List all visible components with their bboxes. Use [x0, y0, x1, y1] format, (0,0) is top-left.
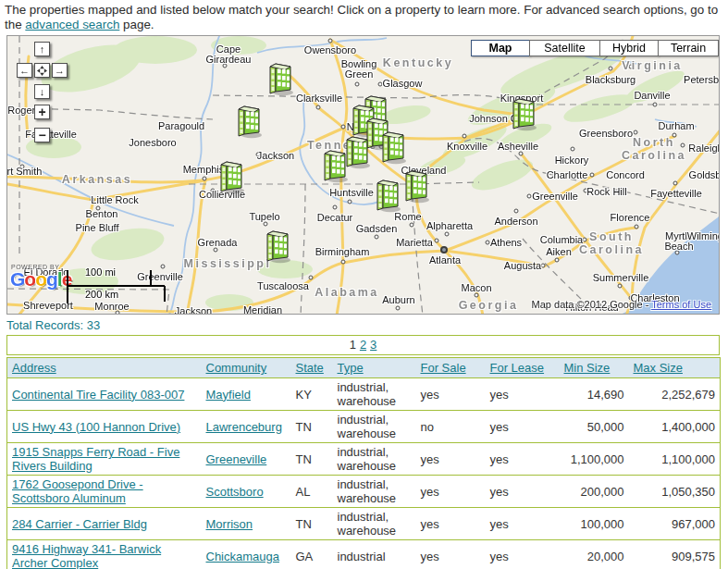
header-community: Community	[202, 358, 291, 378]
property-marker-icon[interactable]	[235, 102, 263, 139]
property-marker-icon[interactable]	[374, 176, 401, 213]
pan-right-button[interactable]: →	[52, 63, 68, 78]
page-link: 1	[350, 338, 356, 352]
minus-icon: −	[38, 129, 45, 142]
cell-type: industrial, warehouse	[333, 443, 416, 476]
property-marker-icon[interactable]	[264, 227, 291, 264]
cell-community: Scottsboro	[202, 476, 291, 508]
sort-community-link[interactable]: Community	[206, 361, 267, 375]
advanced-search-link[interactable]: advanced search	[25, 18, 119, 31]
map-type-button[interactable]: Hybrid	[599, 40, 659, 56]
cell-address: 9416 Highway 341- Barwick Archer Complex	[7, 540, 202, 569]
sort-max-size-link[interactable]: Max Size	[634, 361, 683, 375]
zoom-in-button[interactable]: +	[34, 105, 50, 119]
pagination: 123	[6, 335, 720, 355]
cell-max-size: 2,252,679	[629, 378, 721, 411]
arrow-left-icon: ←	[19, 66, 30, 76]
sort-min-size-link[interactable]: Min Size	[564, 361, 611, 375]
community-link[interactable]: Scottsboro	[206, 485, 264, 499]
terms-of-use-link[interactable]: Terms of Use	[651, 299, 711, 310]
pan-center-button[interactable]	[34, 63, 50, 78]
cell-type: industrial, warehouse	[333, 378, 416, 411]
pan-left-button[interactable]: ←	[17, 63, 32, 78]
total-records: Total Records: 33	[6, 318, 728, 332]
property-marker-icon[interactable]	[402, 167, 430, 204]
cell-min-size: 100,000	[560, 508, 629, 540]
cell-for-lease: yes	[486, 443, 560, 476]
cell-for-lease: yes	[486, 411, 560, 443]
cell-community: Lawrenceburg	[202, 411, 291, 443]
cell-state: TN	[291, 411, 333, 443]
header-for-sale: For Sale	[416, 358, 486, 378]
sort-for-sale-link[interactable]: For Sale	[421, 361, 466, 375]
sort-type-link[interactable]: Type	[338, 361, 364, 375]
property-link[interactable]: Continental Tire Facility 083-007	[12, 388, 184, 402]
zoom-out-button[interactable]: −	[34, 128, 50, 142]
results-table: Address Community State Type For Sale Fo…	[6, 357, 721, 569]
property-link[interactable]: 1915 Snapps Ferry Road - Five Rivers Bui…	[12, 445, 179, 473]
cell-min-size: 20,000	[560, 540, 629, 569]
community-link[interactable]: Lawrenceburg	[206, 420, 282, 434]
intro-after: page.	[119, 18, 154, 31]
community-link[interactable]: Mayfield	[206, 388, 251, 402]
cell-type: industrial, warehouse	[333, 476, 416, 508]
total-records-value: 33	[87, 318, 100, 332]
table-row: 1915 Snapps Ferry Road - Five Rivers Bui…	[7, 443, 721, 476]
cell-type: industrial, warehouse	[333, 508, 416, 540]
cell-min-size: 1,100,000	[560, 443, 629, 476]
sort-for-lease-link[interactable]: For Lease	[490, 361, 545, 375]
property-marker-icon[interactable]	[217, 157, 245, 194]
table-row: US Hwy 43 (100 Hannon Drive) Lawrencebur…	[7, 411, 721, 443]
cell-max-size: 1,050,350	[629, 476, 721, 508]
community-link[interactable]: Greeneville	[206, 452, 267, 466]
community-link[interactable]: Morrison	[206, 517, 253, 531]
cell-state: TN	[291, 508, 333, 540]
map-type-button[interactable]: Terrain	[658, 40, 719, 56]
property-link[interactable]: 284 Carrier - Carrier Bldg	[12, 517, 147, 531]
cell-for-lease: yes	[486, 476, 560, 508]
map-type-button[interactable]: Map	[471, 40, 530, 56]
arrow-down-icon: ↓	[40, 87, 45, 97]
page-link[interactable]: 2	[360, 338, 366, 352]
map-type-button[interactable]: Satellite	[529, 40, 600, 56]
google-logo[interactable]: Google	[10, 268, 71, 291]
sort-state-link[interactable]: State	[296, 361, 324, 375]
cell-state: KY	[291, 378, 333, 411]
cell-address: 284 Carrier - Carrier Bldg	[7, 508, 202, 540]
cell-for-sale: yes	[416, 540, 486, 569]
map-attribution: Map data ©2012 Google - Terms of Use	[532, 299, 711, 310]
property-marker-icon[interactable]	[321, 146, 349, 183]
property-link[interactable]: US Hwy 43 (100 Hannon Drive)	[12, 420, 180, 434]
property-marker-icon[interactable]	[266, 59, 294, 96]
cell-for-sale: yes	[416, 476, 486, 508]
pan-down-button[interactable]: ↓	[34, 84, 50, 99]
page-link[interactable]: 3	[370, 338, 376, 352]
plus-icon: +	[38, 105, 45, 118]
cell-state: AL	[291, 476, 333, 508]
sort-address-link[interactable]: Address	[12, 361, 56, 375]
pan-center-icon	[37, 66, 47, 76]
property-marker-icon[interactable]	[379, 128, 407, 165]
cell-for-lease: yes	[486, 540, 560, 569]
cell-community: Chickamauga	[202, 540, 291, 569]
map[interactable]: KentuckyVirginiaTennesseeArkansasMississ…	[6, 35, 720, 315]
property-marker-icon[interactable]	[510, 94, 537, 131]
map-graphics	[7, 36, 720, 315]
property-link[interactable]: 9416 Highway 341- Barwick Archer Complex	[12, 542, 161, 569]
pan-up-button[interactable]: ↑	[34, 42, 50, 56]
cell-for-lease: yes	[486, 378, 560, 411]
cell-community: Mayfield	[202, 378, 291, 411]
cell-type: industrial, warehouse	[333, 411, 416, 443]
arrow-right-icon: →	[55, 66, 65, 76]
cell-max-size: 1,400,000	[629, 411, 721, 443]
table-row: 9416 Highway 341- Barwick Archer Complex…	[7, 540, 721, 569]
google-logo-letter: o	[35, 268, 46, 290]
header-address: Address	[7, 358, 202, 378]
property-link[interactable]: 1762 Goosepond Drive - Scottsboro Alumin…	[12, 477, 143, 505]
cell-min-size: 14,690	[560, 378, 629, 411]
intro-text: The properties mapped and listed below m…	[5, 3, 723, 32]
header-state: State	[291, 358, 333, 378]
header-max-size: Max Size	[629, 358, 721, 378]
community-link[interactable]: Chickamauga	[206, 550, 280, 563]
cell-state: GA	[291, 540, 333, 569]
